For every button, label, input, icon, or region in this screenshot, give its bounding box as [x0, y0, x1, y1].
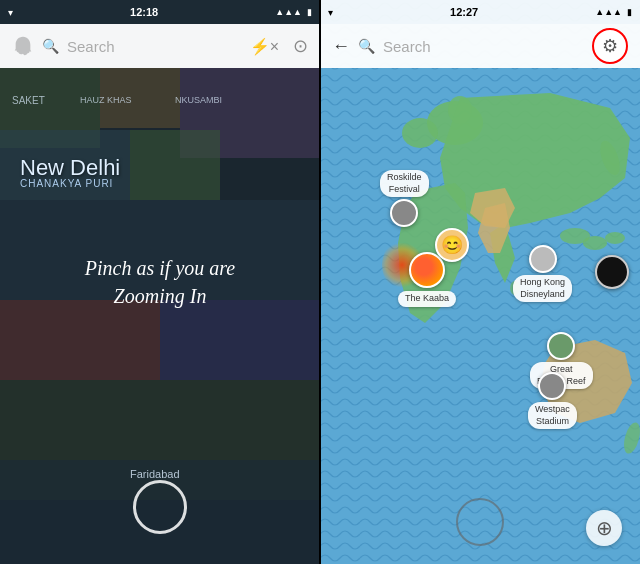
time-left: 12:18	[130, 6, 158, 18]
shutter-button-right[interactable]	[456, 498, 504, 546]
gear-icon: ⚙	[602, 35, 618, 57]
search-bar-left[interactable]: 🔍 Search ⚡× ⊙	[0, 24, 320, 68]
status-icons-left: ▾	[8, 7, 13, 18]
svg-point-7	[621, 421, 640, 456]
pin-avatar-hongkong	[529, 245, 557, 273]
pin-label-kaaba: The Kaaba	[398, 291, 456, 307]
faridabad-label: Faridabad	[130, 468, 180, 480]
search-icon-right: 🔍	[358, 38, 375, 54]
instruction-line2: Zooming In	[85, 282, 235, 310]
wifi-icon-right: ▲▲▲	[595, 7, 622, 17]
compass-button-right[interactable]: ⊕	[586, 510, 622, 546]
left-panel: SAKET HAUZ KHAS NKUSAMBI New Delhi CHANA…	[0, 0, 320, 564]
settings-button[interactable]: ⚙	[592, 28, 628, 64]
pin-hongkong[interactable]: Hong KongDisneyland	[513, 245, 572, 302]
camera-icon-left[interactable]: ⊙	[293, 35, 308, 57]
status-right-icons-left: ▲▲▲ ▮	[275, 7, 312, 17]
pin-roskilde[interactable]: RoskildeFestival	[380, 170, 429, 227]
svg-point-4	[583, 236, 607, 250]
pin-label-roskilde: RoskildeFestival	[380, 170, 429, 197]
status-bar-left: ▾ 12:18 ▲▲▲ ▮	[0, 0, 320, 24]
status-icons-right: ▾	[328, 7, 333, 18]
battery-icon-left: ▮	[307, 7, 312, 17]
map-label-hauz: HAUZ KHAS	[80, 95, 132, 105]
search-placeholder-left[interactable]: Search	[67, 38, 242, 55]
time-right: 12:27	[450, 6, 478, 18]
pin-avatar-westpac	[538, 372, 566, 400]
pin-avatar-roskilde	[390, 199, 418, 227]
back-arrow-icon[interactable]: ←	[332, 36, 350, 57]
flash-icon-left[interactable]: ⚡×	[250, 37, 279, 56]
search-placeholder-right[interactable]: Search	[383, 38, 584, 55]
pin-westpac[interactable]: WestpacStadium	[528, 372, 577, 429]
pin-character[interactable]: 😊	[435, 228, 471, 266]
shutter-button-left[interactable]	[133, 480, 187, 534]
world-map-svg	[320, 68, 640, 564]
map-label-nk: NKUSAMBI	[175, 95, 222, 105]
pin-dark-avatar[interactable]	[595, 255, 629, 289]
wifi-icon-left: ▲▲▲	[275, 7, 302, 17]
status-bar-right: ▾ 12:27 ▲▲▲ ▮	[320, 0, 640, 24]
search-icon-left: 🔍	[42, 38, 59, 54]
compass-icon: ⊕	[596, 516, 613, 540]
location-icon-left: ▾	[8, 7, 13, 18]
panel-divider	[319, 0, 321, 564]
location-icon-right: ▾	[328, 7, 333, 18]
pin-avatar-greatbarrier	[547, 332, 575, 360]
instruction-line1: Pinch as if you are	[85, 254, 235, 282]
search-bar-right[interactable]: ← 🔍 Search ⚙	[320, 24, 640, 68]
snapchat-ghost-icon	[12, 35, 34, 57]
battery-icon-right: ▮	[627, 7, 632, 17]
instruction-container: Pinch as if you are Zooming In	[85, 254, 235, 310]
status-right-icons-right: ▲▲▲ ▮	[595, 7, 632, 17]
chanakya-label: CHANAKYA PURI	[20, 178, 113, 189]
pin-label-westpac: WestpacStadium	[528, 402, 577, 429]
right-panel: ▾ 12:27 ▲▲▲ ▮ ← 🔍 Search ⚙ RoskildeFesti…	[320, 0, 640, 564]
svg-point-5	[605, 232, 625, 244]
pin-label-hongkong: Hong KongDisneyland	[513, 275, 572, 302]
svg-point-8	[402, 118, 438, 148]
map-label-saket: SAKET	[12, 95, 45, 106]
